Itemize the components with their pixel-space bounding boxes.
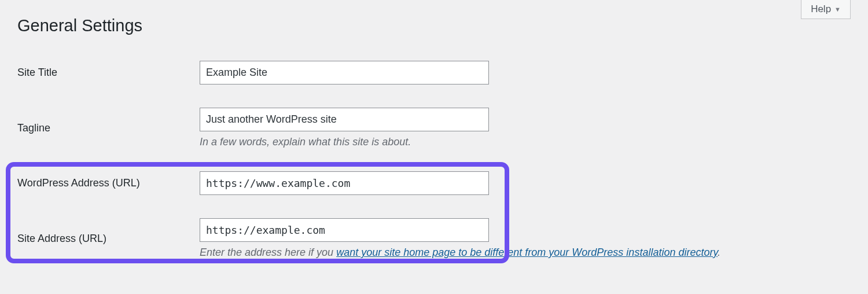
site-title-label: Site Title [17,67,57,78]
wp-url-input[interactable] [200,171,489,195]
help-tab[interactable]: Help ▼ [801,0,851,19]
site-url-input[interactable] [200,218,489,242]
page-title: General Settings [17,12,851,38]
site-url-description: Enter the address here if you want your … [200,247,845,259]
site-title-input[interactable] [200,61,489,84]
site-url-desc-before: Enter the address here if you [200,247,336,258]
tagline-input[interactable] [200,108,489,131]
wp-url-label: WordPress Address (URL) [17,177,140,189]
help-label: Help [811,3,831,15]
site-url-label: Site Address (URL) [17,233,106,244]
chevron-down-icon: ▼ [834,6,841,13]
tagline-label: Tagline [17,122,50,134]
tagline-description: In a few words, explain what this site i… [200,136,845,148]
site-url-desc-after: . [718,247,720,258]
site-url-desc-link[interactable]: want your site home page to be different… [336,247,718,258]
